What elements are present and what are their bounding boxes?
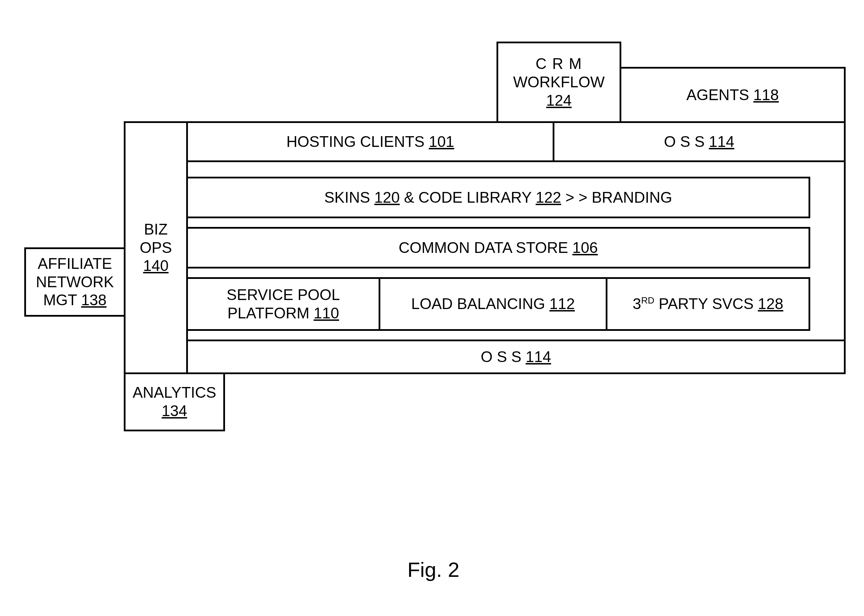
skins-pre: SKINS xyxy=(324,189,370,206)
affiliate-l3pre: MGT xyxy=(43,291,77,308)
skins-mid: & CODE LIBRARY xyxy=(404,189,531,206)
svcpool-l1: SERVICE POOL xyxy=(227,286,340,303)
svcpool-l2pre: PLATFORM xyxy=(227,305,309,322)
bizops-ref: 140 xyxy=(143,257,169,274)
analytics-box: ANALYTICS 134 xyxy=(124,372,225,431)
crm-line1: C R M xyxy=(536,55,582,72)
affiliate-network-box: AFFILIATE NETWORK MGT 138 xyxy=(24,247,126,317)
cds-label: COMMON DATA STORE xyxy=(399,239,568,256)
skins-ref1: 120 xyxy=(374,189,400,206)
hosting-clients-box: HOSTING CLIENTS 101 xyxy=(186,121,554,162)
service-pool-box: SERVICE POOL PLATFORM 110 xyxy=(186,277,380,331)
oss-bottom-box: O S S 114 xyxy=(186,339,846,374)
hosting-label: HOSTING CLIENTS xyxy=(286,133,425,150)
load-balancing-box: LOAD BALANCING 112 xyxy=(378,277,607,331)
analytics-label: ANALYTICS xyxy=(132,384,216,401)
oss-bottom-ref: 114 xyxy=(526,348,551,365)
figure-caption-text: Fig. 2 xyxy=(407,558,459,581)
skins-branding-box: SKINS 120 & CODE LIBRARY 122 > > BRANDIN… xyxy=(186,177,810,218)
skins-tail: > > BRANDING xyxy=(566,189,672,206)
affiliate-ref: 138 xyxy=(81,291,106,308)
thirdparty-rest: PARTY SVCS xyxy=(659,295,754,312)
third-party-svcs-box: 3RD PARTY SVCS 128 xyxy=(606,277,810,331)
oss-top-box: O S S 114 xyxy=(553,121,846,162)
bizops-l1: BIZ xyxy=(144,221,167,238)
skins-ref2: 122 xyxy=(536,189,561,206)
agents-ref: 118 xyxy=(754,86,779,103)
analytics-ref: 134 xyxy=(162,402,187,419)
thirdparty-ref: 128 xyxy=(758,295,783,312)
hosting-ref: 101 xyxy=(429,133,454,150)
crm-workflow-box: C R M WORKFLOW 124 xyxy=(497,42,621,123)
oss-bottom-label: O S S xyxy=(481,348,521,365)
crm-ref: 124 xyxy=(546,92,571,109)
crm-line2: WORKFLOW xyxy=(513,74,605,90)
affiliate-l2: NETWORK xyxy=(36,273,114,290)
diagram-stage: C R M WORKFLOW 124 AGENTS 118 AFFILIATE … xyxy=(0,0,864,616)
oss-top-ref: 114 xyxy=(709,133,734,150)
agents-label: AGENTS xyxy=(686,86,749,103)
svcpool-ref: 110 xyxy=(314,305,339,322)
bizops-l2: OPS xyxy=(140,239,172,256)
figure-caption: Fig. 2 xyxy=(382,558,486,582)
oss-top-label: O S S xyxy=(664,133,705,150)
thirdparty-sup: RD xyxy=(641,295,654,306)
loadbal-ref: 112 xyxy=(550,295,575,312)
biz-ops-box: BIZ OPS 140 xyxy=(124,121,188,374)
common-data-store-box: COMMON DATA STORE 106 xyxy=(186,227,810,269)
loadbal-label: LOAD BALANCING xyxy=(411,295,545,312)
cds-ref: 106 xyxy=(572,239,598,256)
thirdparty-pre: 3 xyxy=(633,295,641,312)
agents-box: AGENTS 118 xyxy=(620,67,846,123)
affiliate-l1: AFFILIATE xyxy=(38,255,112,272)
